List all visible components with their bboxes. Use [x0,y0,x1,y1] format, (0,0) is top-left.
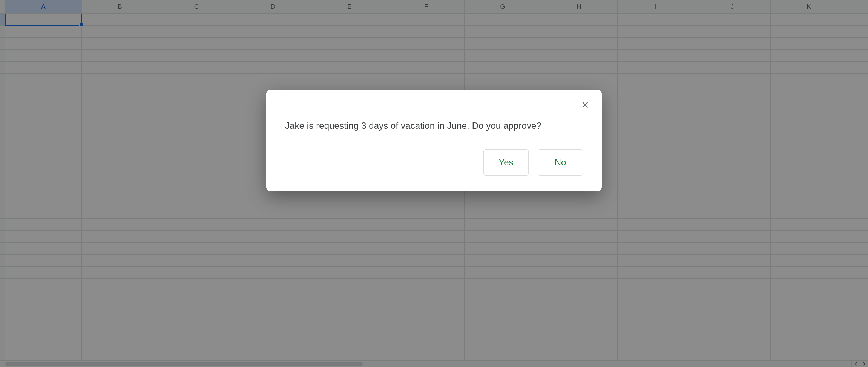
dialog-message: Jake is requesting 3 days of vacation in… [285,121,583,131]
yes-button[interactable]: Yes [483,149,529,176]
dialog-actions: Yes No [285,149,583,176]
no-button[interactable]: No [538,149,583,176]
close-icon [581,101,589,109]
dialog-close-button[interactable] [579,99,591,111]
confirmation-dialog: Jake is requesting 3 days of vacation in… [266,90,602,191]
